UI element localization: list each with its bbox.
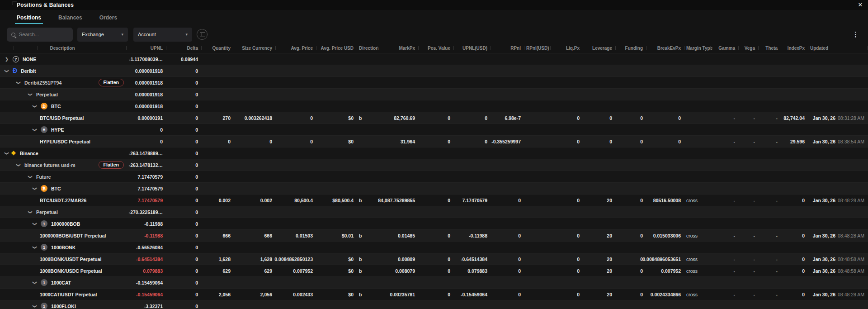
cell-liq_px: 0 — [551, 139, 583, 144]
chevron-down-icon[interactable]: ❯ — [5, 69, 9, 73]
table-row[interactable]: 1000BONK/USDC Perpetual0.07988306296290.… — [0, 265, 868, 277]
description-cell: ❯Perpetual — [0, 92, 127, 97]
display-settings-button[interactable] — [197, 29, 208, 40]
table-row-group[interactable]: ❯₿BTC7.174705790 — [0, 183, 868, 195]
cell-delta: 0 — [166, 198, 202, 203]
flatten-button[interactable]: Flatten — [99, 161, 124, 169]
table-row[interactable]: BTC/USDT-27MAR267.1747057900.0020.00280,… — [0, 195, 868, 206]
column-header-avg_price[interactable]: Avg. Price — [276, 43, 316, 53]
updated-date: Jan 30, 26 — [813, 198, 835, 203]
cell-markpx: 84,087.75289855 — [378, 198, 419, 203]
exchange-select[interactable]: Exchange ▾ — [77, 28, 128, 42]
column-header-rpnl_usd[interactable]: RPnl(USD) — [524, 43, 551, 53]
table-row-group[interactable]: ❯₿BTC0.0000019180 — [0, 100, 868, 112]
row-filler — [202, 124, 868, 135]
column-header-gamma[interactable]: Gamma — [711, 43, 739, 53]
table-row-group[interactable]: ❯11000CAT-0.154590640 — [0, 277, 868, 289]
group-name: NONE — [23, 57, 36, 62]
chevron-down-icon[interactable]: ❯ — [28, 210, 33, 214]
table-row-group[interactable]: ❯HHYPE00 — [0, 124, 868, 136]
column-header-theta[interactable]: Theta — [759, 43, 781, 53]
table-row[interactable]: 1000CAT/USDT Perpetual-0.1545906402,0562… — [0, 289, 868, 300]
cell-upnl: 0 — [127, 127, 166, 133]
cell-vega: - — [739, 292, 759, 297]
updated-date: Jan 30, 26 — [813, 233, 835, 238]
table-row-group[interactable]: ❯11000000BOB-0.119880 — [0, 218, 868, 230]
tab-orders-label: Orders — [99, 14, 117, 21]
cell-funding: 0 — [616, 268, 646, 274]
table-row-group[interactable]: ❯Perpetual0.0000019180 — [0, 89, 868, 100]
cell-rpnl: 6.98e-7 — [491, 115, 524, 121]
column-header-vega[interactable]: Vega — [739, 43, 759, 53]
column-header-delta[interactable]: Delta — [166, 43, 202, 53]
search-input[interactable] — [19, 32, 68, 37]
column-header-pos_value[interactable]: Pos. Value — [419, 43, 454, 53]
chevron-down-icon[interactable]: ❯ — [33, 222, 37, 226]
margin-type-value: cross — [686, 198, 698, 203]
table-row[interactable]: BTC/USD Perpetual0.0000019102700.0032624… — [0, 112, 868, 124]
chevron-down-icon[interactable]: ❯ — [28, 175, 33, 179]
table-row[interactable]: HYPE/USDC Perpetual00000$031.96400-0.355… — [0, 136, 868, 147]
tab-balances[interactable]: Balances — [58, 10, 82, 25]
table-row-group[interactable]: ❯❖Binance-263.1478889…0 — [0, 147, 868, 159]
filter-toolbar: Exchange ▾ Account ▾ ⋮ — [0, 25, 868, 43]
column-header-size_currency[interactable]: Size Currency — [234, 43, 276, 53]
chevron-down-icon[interactable]: ❯ — [16, 81, 21, 85]
column-header-updated[interactable]: Updated — [808, 43, 868, 53]
cell-funding: 0 — [616, 139, 646, 144]
column-header-avg_price_usd[interactable]: Avg. Price USD — [316, 43, 357, 53]
column-header-direction[interactable]: Direction — [357, 43, 378, 53]
column-header-margin_type[interactable]: Margin Type — [684, 43, 711, 53]
chevron-down-icon[interactable]: ❯ — [28, 92, 33, 97]
cell-avg_price_usd: $0 — [316, 292, 357, 297]
table-row[interactable]: 1000BONK/USDT Perpetual-0.6451438401,628… — [0, 253, 868, 265]
chevron-right-icon[interactable]: ❯ — [5, 57, 9, 62]
margin-type-value: cross — [686, 257, 698, 262]
table-row-group[interactable]: ❯Perpetual-270.3225189…0 — [0, 206, 868, 218]
cell-breakevpx: 0 — [646, 139, 684, 144]
cell-rpnl: 0 — [491, 257, 524, 262]
table-row-group[interactable]: ❯?NONE-1.117008039…0.08944 — [0, 53, 868, 65]
table-row-group[interactable]: ❯11000BONK-0.565260840 — [0, 242, 868, 253]
table-row-group[interactable]: ❯DeribitZ551PT94Flatten0.0000019180 — [0, 77, 868, 89]
column-header-indexpx[interactable]: IndexPx — [781, 43, 808, 53]
table-row-group[interactable]: ❯Future7.174705790 — [0, 171, 868, 183]
flatten-button[interactable]: Flatten — [99, 79, 124, 86]
account-select[interactable]: Account ▾ — [133, 28, 192, 42]
column-header-funding[interactable]: Funding — [616, 43, 646, 53]
column-header-leverage[interactable]: Leverage — [583, 43, 616, 53]
instrument-name: 1000BONK/USDT Perpetual — [2, 257, 102, 262]
column-header-upnl_usd[interactable]: UPNL(USD) — [454, 43, 491, 53]
column-header-description[interactable]: Description — [0, 43, 127, 53]
table-row[interactable]: 1000000BOB/USDT Perpetual-0.119880666666… — [0, 230, 868, 242]
cell-direction: b — [357, 115, 378, 121]
description-cell: 1000BONK/USDC Perpetual — [0, 268, 127, 274]
kebab-menu-icon[interactable]: ⋮ — [850, 30, 861, 38]
column-header-quantity[interactable]: Quantity — [202, 43, 234, 53]
column-header-upnl[interactable]: UPNL — [127, 43, 166, 53]
cell-delta: 0 — [166, 257, 202, 262]
chevron-down-icon[interactable]: ❯ — [33, 280, 37, 285]
table-row-group[interactable]: ❯11000FLOKI-3.323710 — [0, 300, 868, 309]
column-header-breakevpx[interactable]: BreakEvPx — [646, 43, 684, 53]
table-row-group[interactable]: ❯ĐDeribit0.0000019180 — [0, 65, 868, 77]
tab-positions[interactable]: Positions — [17, 10, 41, 25]
search-box[interactable] — [7, 28, 73, 42]
chevron-down-icon[interactable]: ❯ — [33, 304, 37, 309]
chevron-down-icon[interactable]: ❯ — [33, 245, 37, 250]
chevron-down-icon[interactable]: ❯ — [33, 104, 37, 109]
close-icon[interactable]: ✕ — [856, 1, 864, 9]
cell-size_currency: 0.003262418 — [234, 115, 276, 121]
cell-size_currency: 0 — [234, 139, 276, 144]
cell-breakevpx: 80516.50008 — [646, 198, 684, 203]
column-header-liq_px[interactable]: Liq.Px — [551, 43, 583, 53]
column-header-rpnl[interactable]: RPnl — [491, 43, 524, 53]
chevron-down-icon[interactable]: ❯ — [16, 163, 21, 167]
chevron-down-icon[interactable]: ❯ — [33, 128, 37, 132]
table-row-group[interactable]: ❯binance futures usd-mFlatten-263.147813… — [0, 159, 868, 171]
tab-orders[interactable]: Orders — [99, 10, 117, 25]
chevron-down-icon[interactable]: ❯ — [33, 186, 37, 191]
column-header-markpx[interactable]: MarkPx — [378, 43, 419, 53]
chevron-down-icon[interactable]: ❯ — [5, 151, 9, 156]
margin-type-value: cross — [686, 233, 698, 238]
